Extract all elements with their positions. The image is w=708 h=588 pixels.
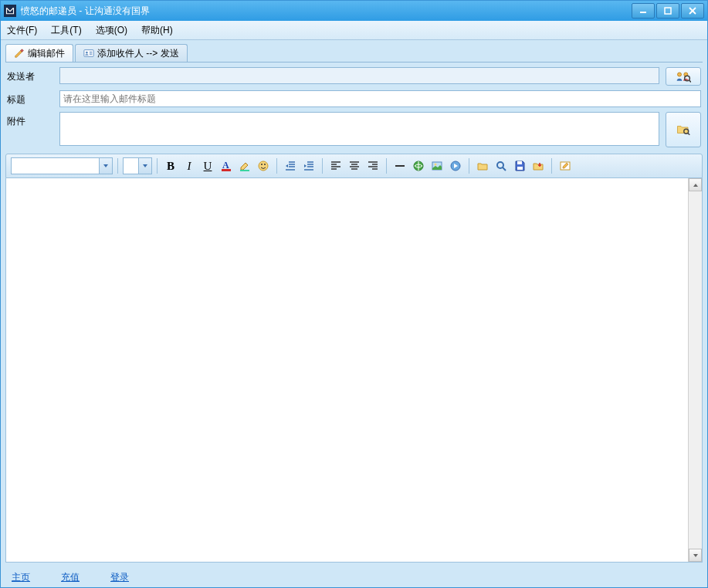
sender-label: 发送者 (7, 67, 53, 83)
recharge-link[interactable]: 充值 (61, 571, 80, 584)
svg-rect-16 (222, 169, 231, 171)
app-title: 愤怒的邮递员 - 让沟通没有国界 (21, 5, 150, 18)
attachment-browse-button[interactable] (666, 112, 701, 147)
scroll-up-button[interactable] (689, 178, 702, 191)
vertical-scrollbar[interactable] (688, 178, 702, 562)
svg-point-20 (264, 164, 266, 165)
align-left-button[interactable] (327, 157, 344, 174)
image-button[interactable] (429, 157, 445, 174)
pencil-icon (14, 48, 25, 59)
svg-point-47 (497, 162, 503, 168)
login-link[interactable]: 登录 (110, 571, 129, 584)
app-icon (4, 5, 16, 17)
svg-line-48 (503, 167, 506, 171)
edit-button[interactable] (557, 157, 574, 174)
link-button[interactable] (410, 157, 427, 174)
editor-toolbar: B I U A (5, 154, 703, 178)
tab-label: 编辑邮件 (28, 47, 65, 60)
open-button[interactable] (474, 157, 491, 174)
underline-button[interactable]: U (199, 157, 216, 174)
attachment-row: 附件 (7, 112, 701, 147)
chevron-down-icon (138, 158, 151, 174)
tab-add-recipients-send[interactable]: 添加收件人 --> 发送 (75, 44, 188, 62)
menu-help[interactable]: 帮助(H) (141, 24, 173, 37)
tab-edit-mail[interactable]: 编辑邮件 (5, 44, 73, 62)
menu-options[interactable]: 选项(O) (96, 24, 127, 37)
svg-point-19 (261, 164, 263, 165)
bold-button[interactable]: B (162, 157, 179, 174)
title-bar: 愤怒的邮递员 - 让沟通没有国界 (1, 1, 707, 21)
font-family-combo[interactable] (11, 157, 113, 174)
menu-tools[interactable]: 工具(T) (51, 24, 81, 37)
svg-rect-50 (517, 167, 523, 170)
attach-file-button[interactable] (530, 157, 547, 174)
footer-links: 主页 充值 登录 (1, 567, 707, 587)
scroll-down-button[interactable] (689, 549, 702, 562)
indent-button[interactable] (300, 157, 317, 174)
chevron-down-icon (99, 158, 112, 174)
tab-bar: 编辑邮件 添加收件人 --> 发送 (1, 40, 707, 62)
svg-text:A: A (222, 160, 229, 171)
align-center-button[interactable] (346, 157, 363, 174)
horizontal-rule-button[interactable] (391, 157, 408, 174)
minimize-button[interactable] (632, 3, 655, 19)
attachment-input[interactable] (59, 112, 659, 146)
align-right-button[interactable] (364, 157, 381, 174)
media-button[interactable] (447, 157, 464, 174)
subject-row: 标题 (7, 90, 701, 107)
sender-lookup-button[interactable] (666, 67, 701, 86)
menu-bar: 文件(F) 工具(T) 选项(O) 帮助(H) (1, 21, 707, 40)
home-link[interactable]: 主页 (12, 571, 30, 584)
subject-input[interactable] (59, 90, 701, 107)
sender-row: 发送者 (7, 67, 701, 86)
svg-point-5 (86, 52, 88, 54)
save-button[interactable] (511, 157, 528, 174)
app-window: 愤怒的邮递员 - 让沟通没有国界 文件(F) 工具(T) 选项(O) 帮助(H)… (0, 0, 708, 588)
svg-rect-1 (665, 8, 671, 14)
outdent-button[interactable] (282, 157, 299, 174)
highlight-button[interactable] (236, 157, 253, 174)
tab-label: 添加收件人 --> 发送 (97, 47, 179, 60)
svg-rect-17 (240, 170, 249, 171)
sender-input[interactable] (59, 67, 659, 84)
person-search-icon (676, 69, 691, 83)
svg-rect-49 (517, 161, 522, 164)
color-combo[interactable] (123, 157, 152, 174)
close-button[interactable] (681, 3, 704, 19)
subject-label: 标题 (7, 90, 53, 106)
svg-point-45 (435, 164, 437, 166)
address-card-icon (83, 48, 94, 59)
editor-body[interactable] (5, 178, 703, 563)
svg-line-12 (689, 80, 692, 83)
folder-search-icon (676, 123, 691, 137)
svg-line-14 (688, 133, 689, 135)
attachment-label: 附件 (7, 112, 53, 128)
menu-file[interactable]: 文件(F) (7, 24, 37, 37)
font-color-button[interactable]: A (218, 157, 235, 174)
svg-point-9 (678, 73, 682, 76)
svg-point-18 (259, 161, 268, 171)
maximize-button[interactable] (656, 3, 679, 19)
find-button[interactable] (493, 157, 510, 174)
italic-button[interactable]: I (181, 157, 198, 174)
emoji-button[interactable] (255, 157, 272, 174)
form-area: 发送者 标题 附件 (1, 63, 707, 150)
